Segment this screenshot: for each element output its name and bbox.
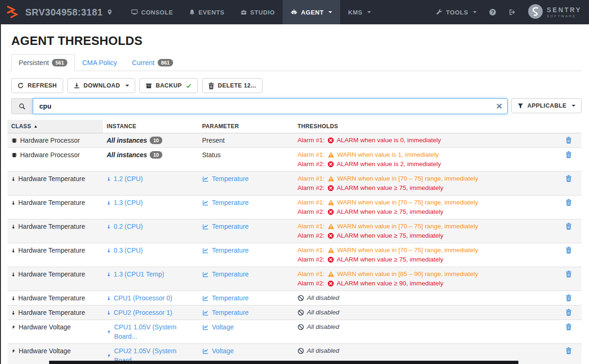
sign-out-icon[interactable]: [509, 9, 516, 15]
delete-row-trash-icon[interactable]: [566, 291, 582, 301]
monitor-icon: [131, 9, 138, 15]
thermo-icon: [11, 295, 15, 302]
bolt-icon: [11, 324, 16, 330]
delete-row-trash-icon[interactable]: [566, 320, 582, 330]
alarm-circle-x-icon: [327, 256, 334, 263]
search-input[interactable]: [33, 98, 508, 114]
instance-link[interactable]: CPU1 (Processor 0): [107, 293, 195, 303]
parameter-link[interactable]: Temperature: [202, 222, 290, 231]
search-icon: [11, 98, 33, 114]
parameter-link[interactable]: Temperature: [202, 308, 290, 317]
instance-link[interactable]: 0.3 (CPU): [107, 246, 195, 255]
refresh-button[interactable]: REFRESH: [11, 78, 63, 93]
instance-link[interactable]: 0.2 (CPU): [107, 222, 195, 231]
chevron-down-icon: [367, 11, 371, 13]
location-pin-icon[interactable]: [107, 8, 113, 16]
tab-current[interactable]: Current 861: [124, 54, 181, 71]
instance-link[interactable]: 1.3 (CPU1 Temp): [107, 269, 195, 279]
delete-row-trash-icon[interactable]: [566, 267, 582, 277]
archive-box-icon: [145, 83, 152, 89]
delete-row-trash-icon[interactable]: [566, 306, 582, 316]
parameter-link[interactable]: Temperature: [202, 269, 290, 279]
nav-item-events[interactable]: EVENTS: [181, 0, 233, 24]
toolbox-icon: [240, 9, 247, 15]
delete-row-trash-icon[interactable]: [566, 133, 582, 144]
thermo-icon: [107, 247, 111, 254]
backup-button[interactable]: BACKUP: [139, 78, 198, 93]
instance-link[interactable]: CPU1 1.05V (System Board...: [107, 322, 195, 341]
wrench-icon: [436, 9, 443, 15]
tab-cma-policy[interactable]: CMA Policy: [75, 54, 124, 71]
filter-label: APPLICABLE: [527, 102, 567, 109]
parameter-label: Voltage: [212, 322, 234, 332]
clear-search-icon[interactable]: ✕: [496, 102, 502, 110]
download-label: DOWNLOAD: [84, 82, 120, 89]
column-label: PARAMETER: [202, 123, 239, 130]
threshold-prefix: Alarm #1:: [298, 246, 325, 255]
delete-row-trash-icon[interactable]: [566, 219, 582, 230]
parameter-label: Temperature: [212, 308, 249, 317]
sentry-chevron-logo-icon[interactable]: [6, 5, 20, 19]
parameter-link[interactable]: Temperature: [202, 174, 290, 183]
instance-link[interactable]: 1.2 (CPU): [107, 174, 195, 183]
threshold-line: Alarm #2:ALARM when value ≥ 75, immediat…: [298, 255, 562, 264]
parameter-link[interactable]: Temperature: [202, 198, 290, 207]
threshold-prefix: Alarm #2:: [298, 279, 325, 288]
delete-row-trash-icon[interactable]: [566, 172, 582, 182]
chevron-down-icon: [572, 105, 575, 107]
applicable-filter-button[interactable]: APPLICABLE: [511, 98, 582, 113]
warning-triangle-icon: [327, 247, 334, 254]
nav-item-agent[interactable]: AGENT: [283, 0, 340, 24]
thresholds-all-disabled: All disabled: [298, 293, 562, 303]
brand-name: SENTRY: [547, 7, 582, 13]
help-icon[interactable]: ?: [489, 8, 496, 16]
delete-row-trash-icon[interactable]: [566, 148, 582, 158]
backup-label: BACKUP: [156, 82, 182, 89]
delete-button[interactable]: DELETE 12...: [202, 78, 262, 93]
threshold-prefix: Alarm #1:: [298, 136, 325, 145]
threshold-line: Alarm #2:ALARM when value ≥ 75, immediat…: [298, 183, 562, 193]
parameter-link[interactable]: Temperature: [202, 293, 290, 303]
class-label: Hardware Temperature: [18, 198, 85, 207]
parameter-link[interactable]: Temperature: [202, 246, 290, 255]
thermo-icon: [107, 271, 111, 278]
sentry-software-brand[interactable]: SENTRY SOFTWARE: [528, 4, 582, 21]
column-header-instance[interactable]: INSTANCE: [103, 120, 198, 133]
parameter-link[interactable]: Voltage: [202, 322, 290, 332]
delete-row-trash-icon[interactable]: [566, 344, 582, 354]
nav-item-console[interactable]: CONSOLE: [123, 0, 181, 24]
instance-link[interactable]: CPU2 (Processor 1): [107, 308, 195, 317]
threshold-line: Alarm #2:ALARM when value ≥ 75, immediat…: [298, 207, 562, 217]
nav-item-studio[interactable]: STUDIO: [233, 0, 283, 24]
column-header-thresholds[interactable]: THRESHOLDS: [294, 120, 566, 133]
line-chart-icon: [202, 248, 209, 254]
thresholds-all-disabled: All disabled: [298, 308, 562, 317]
chevron-down-icon: [125, 85, 129, 87]
column-header-class[interactable]: CLASS ▲: [7, 120, 103, 133]
tab-label: Persistent: [19, 59, 49, 66]
column-header-parameter[interactable]: PARAMETER: [198, 120, 294, 133]
threshold-prefix: Alarm #2:: [298, 255, 325, 264]
table-header: CLASS ▲ INSTANCE PARAMETER THRESHOLDS: [7, 120, 582, 133]
instance-link[interactable]: 1.3 (CPU): [107, 198, 195, 207]
nav-item-tools[interactable]: TOOLS: [436, 9, 477, 16]
class-label: Hardware Temperature: [18, 246, 85, 255]
class-label: Hardware Temperature: [18, 222, 85, 231]
delete-row-trash-icon[interactable]: [566, 243, 582, 254]
warning-triangle-icon: [327, 271, 334, 277]
table-row: Hardware Temperature1.3 (CPU)Temperature…: [7, 196, 582, 219]
parameter-label: Voltage: [212, 346, 234, 356]
delete-row-trash-icon[interactable]: [566, 196, 582, 206]
nav-item-kms[interactable]: KMS: [340, 0, 379, 24]
warning-triangle-icon: [327, 175, 334, 182]
filter-funnel-icon: [517, 103, 524, 109]
tab-persistent[interactable]: Persistent 561: [11, 54, 75, 71]
download-icon: [73, 82, 80, 89]
download-button[interactable]: DOWNLOAD: [67, 78, 135, 93]
column-label: THRESHOLDS: [298, 123, 338, 130]
bolt-icon: [107, 328, 111, 335]
threshold-line: Alarm #1:WARN when value in [70 – 75] ra…: [298, 174, 562, 183]
table-row: Hardware ProcessorAll instances10Present…: [7, 133, 582, 148]
search-group: ✕: [11, 98, 508, 114]
parameter-link[interactable]: Voltage: [202, 346, 290, 356]
